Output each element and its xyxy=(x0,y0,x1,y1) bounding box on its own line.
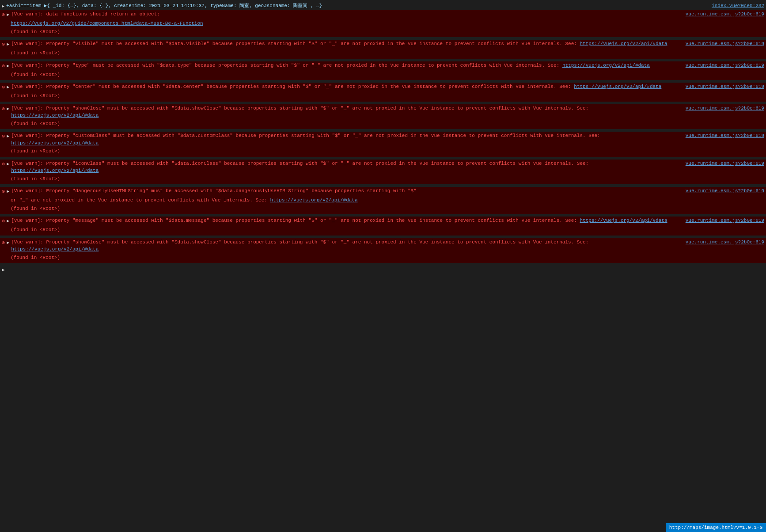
error-icon-4: ⊗ xyxy=(2,84,5,91)
top-info-source[interactable]: index.vue?0ce0:232 xyxy=(705,2,764,10)
log-content-3: [Vue warn]: Property "type" must be acce… xyxy=(11,62,679,69)
log-row-5-main: ⊗ [Vue warn]: Property "showClose" must … xyxy=(0,104,766,120)
log-link-anchor-1[interactable]: https://vuejs.org/v2/guide/components.ht… xyxy=(11,21,203,26)
log-link-anchor-10[interactable]: https://vuejs.org/v2/api/#data xyxy=(11,247,99,252)
log-link-anchor-2[interactable]: https://vuejs.org/v2/api/#data xyxy=(580,41,667,46)
log-content-6: [Vue warn]: Property "customClass" must … xyxy=(11,132,679,147)
log-entry-1: ⊗ [Vue warn]: data functions should retu… xyxy=(0,10,766,40)
log-row-2-main: ⊗ [Vue warn]: Property "visible" must be… xyxy=(0,40,766,49)
log-row-1-link: https://vuejs.org/v2/guide/components.ht… xyxy=(0,19,766,28)
log-row-2-found: (found in <Root>) xyxy=(0,49,766,59)
error-icon-8: ⊗ xyxy=(2,188,5,196)
expand-arrow-4[interactable] xyxy=(7,84,9,91)
log-link-anchor-3[interactable]: https://vuejs.org/v2/api/#data xyxy=(562,63,650,68)
log-content-1: [Vue warn]: data functions should return… xyxy=(11,11,679,18)
log-row-8-main: ⊗ [Vue warn]: Property "dangerouslyUseHT… xyxy=(0,187,766,196)
log-entry-6: ⊗ [Vue warn]: Property "customClass" mus… xyxy=(0,132,766,160)
log-content-4: [Vue warn]: Property "center" must be ac… xyxy=(11,83,679,91)
bottom-row: ▶ xyxy=(0,266,766,275)
log-entry-4: ⊗ [Vue warn]: Property "center" must be … xyxy=(0,83,766,104)
log-link-anchor-4[interactable]: https://vuejs.org/v2/api/#data xyxy=(574,84,661,89)
bottom-expand-arrow[interactable]: ▶ xyxy=(2,267,5,273)
expand-arrow-top[interactable] xyxy=(2,3,4,10)
error-icon-10: ⊗ xyxy=(2,239,5,247)
log-content-8: [Vue warn]: Property "dangerouslyUseHTML… xyxy=(11,187,679,195)
log-row-7-main: ⊗ [Vue warn]: Property "iconClass" must … xyxy=(0,160,766,175)
log-row-3-main: ⊗ [Vue warn]: Property "type" must be ac… xyxy=(0,61,766,71)
error-icon-3: ⊗ xyxy=(2,62,5,70)
log-entry-7: ⊗ [Vue warn]: Property "iconClass" must … xyxy=(0,160,766,187)
error-icon-9: ⊗ xyxy=(2,217,5,225)
log-source-6[interactable]: vue.runtime.esm.js?2b0e:619 xyxy=(679,132,764,140)
error-icon-7: ⊗ xyxy=(2,160,5,168)
expand-arrow-3[interactable] xyxy=(7,63,9,69)
log-link-1: https://vuejs.org/v2/guide/components.ht… xyxy=(11,20,764,27)
found-text-7: (found in <Root>) xyxy=(11,175,60,183)
expand-arrow-8[interactable] xyxy=(7,188,9,195)
log-source-1[interactable]: vue.runtime.esm.js?2b0e:619 xyxy=(679,11,764,18)
error-icon-5: ⊗ xyxy=(2,105,5,113)
expand-arrow-5[interactable] xyxy=(7,106,9,112)
expand-arrow-2[interactable] xyxy=(7,41,9,48)
log-entry-5: ⊗ [Vue warn]: Property "showClose" must … xyxy=(0,104,766,132)
log-content-2: [Vue warn]: Property "visible" must be a… xyxy=(11,40,679,48)
log-entry-9: ⊗ [Vue warn]: Property "message" must be… xyxy=(0,217,766,238)
log-content-10: [Vue warn]: Property "showClose" must be… xyxy=(11,239,679,253)
expand-arrow-9[interactable] xyxy=(7,218,9,224)
status-bar: http://maps/image.html?v=1.0.1-G xyxy=(666,523,766,532)
log-row-6-main: ⊗ [Vue warn]: Property "customClass" mus… xyxy=(0,132,766,147)
expand-arrow-10[interactable] xyxy=(7,239,9,246)
top-info-content: +ashi===item ▶{ _id: {…}, data: {…}, cre… xyxy=(6,2,705,10)
log-entry-8: ⊗ [Vue warn]: Property "dangerouslyUseHT… xyxy=(0,187,766,217)
found-text-4: (found in <Root>) xyxy=(11,92,60,100)
log-content-8-cont: or "_" are not proxied in the Vue instan… xyxy=(11,197,764,204)
log-row-9-main: ⊗ [Vue warn]: Property "message" must be… xyxy=(0,217,766,226)
expand-arrow-6[interactable] xyxy=(7,133,9,140)
log-link-anchor-7[interactable]: https://vuejs.org/v2/api/#data xyxy=(11,168,99,173)
found-text-9: (found in <Root>) xyxy=(11,226,60,234)
log-source-4[interactable]: vue.runtime.esm.js?2b0e:619 xyxy=(679,83,764,91)
log-link-anchor-5[interactable]: https://vuejs.org/v2/api/#data xyxy=(11,113,99,118)
log-row-3-found: (found in <Root>) xyxy=(0,71,766,80)
log-entry-2: ⊗ [Vue warn]: Property "visible" must be… xyxy=(0,40,766,61)
log-row-10-main: ⊗ [Vue warn]: Property "showClose" must … xyxy=(0,238,766,254)
found-text-10: (found in <Root>) xyxy=(11,254,60,262)
log-source-2[interactable]: vue.runtime.esm.js?2b0e:619 xyxy=(679,40,764,48)
log-link-anchor-6[interactable]: https://vuejs.org/v2/api/#data xyxy=(11,141,99,146)
log-source-9[interactable]: vue.runtime.esm.js?2b0e:619 xyxy=(679,217,764,224)
log-row-9-found: (found in <Root>) xyxy=(0,226,766,236)
log-entry-3: ⊗ [Vue warn]: Property "type" must be ac… xyxy=(0,61,766,83)
log-link-anchor-9[interactable]: https://vuejs.org/v2/api/#data xyxy=(580,218,667,223)
found-text-8: (found in <Root>) xyxy=(11,205,60,213)
log-row-4-main: ⊗ [Vue warn]: Property "center" must be … xyxy=(0,83,766,92)
log-content-7: [Vue warn]: Property "iconClass" must be… xyxy=(11,160,679,175)
log-link-anchor-8[interactable]: https://vuejs.org/v2/api/#data xyxy=(270,198,358,203)
found-text-3: (found in <Root>) xyxy=(11,71,60,79)
console-container: +ashi===item ▶{ _id: {…}, data: {…}, cre… xyxy=(0,2,766,275)
log-row-8-found: (found in <Root>) xyxy=(0,205,766,214)
log-content-5: [Vue warn]: Property "showClose" must be… xyxy=(11,105,679,119)
error-icon-1: ⊗ xyxy=(2,11,5,19)
expand-arrow-7[interactable] xyxy=(7,161,9,167)
log-content-9: [Vue warn]: Property "message" must be a… xyxy=(11,217,679,224)
found-text-2: (found in <Root>) xyxy=(11,49,60,57)
log-row-5-found: (found in <Root>) xyxy=(0,120,766,129)
found-text-6: (found in <Root>) xyxy=(11,148,60,155)
log-source-3[interactable]: vue.runtime.esm.js?2b0e:619 xyxy=(679,62,764,69)
log-row-10-found: (found in <Root>) xyxy=(0,254,766,263)
found-text-5: (found in <Root>) xyxy=(11,120,60,128)
error-icon-2: ⊗ xyxy=(2,41,5,49)
log-source-10[interactable]: vue.runtime.esm.js?2b0e:619 xyxy=(679,239,764,246)
log-row-8-cont: or "_" are not proxied in the Vue instan… xyxy=(0,196,766,205)
log-row-4-found: (found in <Root>) xyxy=(0,92,766,102)
log-source-7[interactable]: vue.runtime.esm.js?2b0e:619 xyxy=(679,160,764,167)
log-row-1-main: ⊗ [Vue warn]: data functions should retu… xyxy=(0,10,766,19)
log-row-1-found: (found in <Root>) xyxy=(0,28,766,38)
found-text-1: (found in <Root>) xyxy=(11,28,60,36)
log-source-8[interactable]: vue.runtime.esm.js?2b0e:619 xyxy=(679,187,764,195)
log-row-6-found: (found in <Root>) xyxy=(0,147,766,157)
log-source-5[interactable]: vue.runtime.esm.js?2b0e:619 xyxy=(679,105,764,112)
log-row-7-found: (found in <Root>) xyxy=(0,175,766,185)
expand-arrow-1[interactable] xyxy=(7,11,9,18)
log-entry-10: ⊗ [Vue warn]: Property "showClose" must … xyxy=(0,238,766,266)
